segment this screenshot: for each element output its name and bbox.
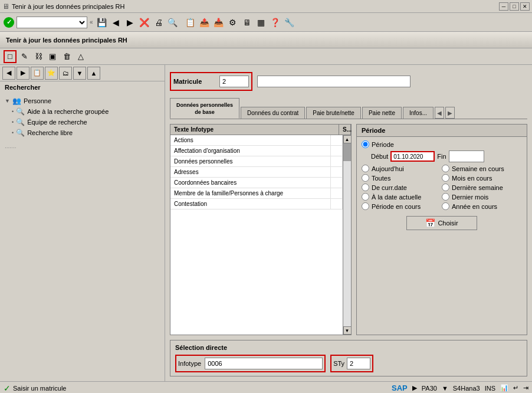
tab-next-icon[interactable]: ▶ xyxy=(445,107,455,119)
arrow-down-icon: ▼ xyxy=(442,385,448,392)
nav2-icon[interactable]: 📤 xyxy=(198,16,211,29)
find-icon[interactable]: 🔍 xyxy=(166,16,179,29)
link-button[interactable]: ⛓ xyxy=(32,50,45,63)
command-select[interactable] xyxy=(17,17,87,28)
maximize-button[interactable]: □ xyxy=(510,2,519,11)
sidebar-item-2[interactable]: • 🔍 Recherche libre xyxy=(12,127,160,138)
debut-input[interactable] xyxy=(390,151,435,162)
table-row[interactable]: Coordonnées bancaires xyxy=(170,178,343,188)
tab-1[interactable]: Données du contrat xyxy=(241,107,305,119)
nav1-icon[interactable]: 📋 xyxy=(184,16,197,29)
matricule-input[interactable] xyxy=(219,76,249,87)
cancel-icon[interactable]: ❌ xyxy=(138,16,151,29)
tab-prev-icon[interactable]: ◀ xyxy=(435,107,444,119)
radio-aujourdhui-label: Aujourd'hui xyxy=(372,165,404,172)
table-row[interactable]: Actions xyxy=(170,135,343,146)
nav-filter-button[interactable]: ▼ xyxy=(73,67,86,80)
radio-anneeencours[interactable] xyxy=(442,202,449,210)
title-bar-buttons: ─ □ ✕ xyxy=(499,2,530,11)
radio-semaineencours[interactable] xyxy=(442,165,449,172)
table-scrollbar[interactable]: ▲ ▼ xyxy=(343,135,351,335)
scroll-track xyxy=(343,143,351,326)
nav-fav-button[interactable]: 🗂 xyxy=(59,67,72,80)
choisir-button[interactable]: 📅 Choisir xyxy=(406,216,477,230)
status-right: SAP ▶ PA30 ▼ S4Hana3 INS 📊 ↵ ⇥ xyxy=(392,384,528,392)
main-toolbar: ✓ « 💾 ◀ ▶ ❌ 🖨 🔍 📋 📤 📥 ⚙ 🖥 ▦ ❓ 🔧 xyxy=(0,13,532,32)
radio-dernieresemaine[interactable] xyxy=(442,184,449,191)
td-5-1 xyxy=(331,188,343,198)
print-icon[interactable]: 🖨 xyxy=(152,16,165,29)
matricule-name-input[interactable] xyxy=(257,76,411,87)
td-1-1 xyxy=(331,146,343,156)
nav3-icon[interactable]: 📥 xyxy=(212,16,225,29)
delete-button[interactable]: 🗑 xyxy=(60,50,73,63)
sty-input[interactable] xyxy=(347,358,370,369)
forward-icon[interactable]: ▶ xyxy=(124,16,137,29)
help-icon[interactable]: ❓ xyxy=(269,16,282,29)
status-check-icon: ✓ xyxy=(4,384,11,393)
table-row[interactable]: Membre de la famille/Personnes à charge xyxy=(170,188,343,199)
back-icon[interactable]: ◀ xyxy=(110,16,123,29)
screen-icon[interactable]: 🖥 xyxy=(241,16,254,29)
sidebar-item-1[interactable]: • 🔍 Équipe de recherche xyxy=(12,117,160,127)
table-row[interactable]: Données personnelles xyxy=(170,156,343,167)
choisir-icon: 📅 xyxy=(425,218,435,228)
nav-back-button[interactable]: ◀ xyxy=(2,67,15,80)
radio-dernieresemaine-label: Dernière semaine xyxy=(452,184,503,191)
nav-forward-button[interactable]: ▶ xyxy=(17,67,29,80)
layout-icon[interactable]: ▦ xyxy=(255,16,268,29)
scroll-down-button[interactable]: ▼ xyxy=(343,326,352,335)
matricule-box: Matricule xyxy=(170,72,252,91)
td-1-0: Affectation d'organisation xyxy=(170,146,331,156)
radio-periode[interactable] xyxy=(362,140,369,148)
nav-history-button[interactable]: 📋 xyxy=(31,67,44,80)
td-0-1 xyxy=(331,135,343,145)
tab-3[interactable]: Paie nette xyxy=(362,107,402,119)
settings-icon[interactable]: ⚙ xyxy=(226,16,239,29)
copy-button[interactable]: ▣ xyxy=(46,50,59,63)
check-button[interactable]: ✓ xyxy=(2,16,15,29)
radio-aladateactuelle[interactable] xyxy=(362,193,369,201)
radio-periodeencours[interactable] xyxy=(362,202,369,210)
td-2-0: Données personnelles xyxy=(170,156,331,166)
radio-toutes[interactable] xyxy=(362,174,369,182)
tab-0[interactable]: Données personnellesde base xyxy=(170,98,239,119)
infotype-label: Infotype xyxy=(178,360,201,367)
tree-root[interactable]: ▼ 👥 Personne xyxy=(5,96,160,106)
close-button[interactable]: ✕ xyxy=(520,2,530,11)
radio-derniersmois-label: Dernier mois xyxy=(452,194,488,201)
radio-moisencours[interactable] xyxy=(442,174,449,182)
radio-aladateactuelle-row: À la date actuelle xyxy=(362,193,442,201)
minimize-button[interactable]: ─ xyxy=(499,2,508,11)
radio-derniersmois[interactable] xyxy=(442,193,449,201)
table-row[interactable]: Adresses xyxy=(170,167,343,178)
sidebar-dots: ....... xyxy=(0,140,165,152)
radio-aujourdhui[interactable] xyxy=(362,165,369,172)
save-icon[interactable]: 💾 xyxy=(96,16,109,29)
right-content: Matricule Données personnellesde base Do… xyxy=(165,65,532,381)
scroll-up-button[interactable]: ▲ xyxy=(343,135,352,143)
radio-dernieresemaine-row: Dernière semaine xyxy=(442,184,522,191)
extra-icon[interactable]: 🔧 xyxy=(283,16,296,29)
infotype-input[interactable] xyxy=(205,358,323,369)
radio-toutes-label: Toutes xyxy=(372,175,390,182)
sidebar-item-0[interactable]: • 🔍 Aide à la recherche groupée xyxy=(12,106,160,117)
nav-expand-button[interactable]: ▲ xyxy=(87,67,100,80)
radio-periodeencours-label: Période en cours xyxy=(372,203,421,210)
display-button[interactable]: □ xyxy=(4,50,17,63)
nav-bookmark-button[interactable]: ⭐ xyxy=(45,67,58,80)
table-row[interactable]: Affectation d'organisation xyxy=(170,146,343,156)
org-button[interactable]: △ xyxy=(74,50,87,63)
period-options-grid: Aujourd'hui Toutes De curr.date xyxy=(362,165,522,210)
infotype-box: Infotype xyxy=(175,355,326,372)
tab-4[interactable]: Infos... xyxy=(403,107,434,119)
sidebar-nav: ◀ ▶ 📋 ⭐ 🗂 ▼ ▲ xyxy=(0,65,165,81)
radio-decurrdate[interactable] xyxy=(362,184,369,191)
matricule-label: Matricule xyxy=(173,78,215,85)
fin-input[interactable] xyxy=(449,150,484,162)
edit-button[interactable]: ✎ xyxy=(18,50,31,63)
table-row[interactable]: Contestation xyxy=(170,199,343,209)
tab-2[interactable]: Paie brute/nette xyxy=(306,107,361,119)
period-body: Période Début Fin Aujourd'hui xyxy=(357,137,527,237)
td-3-1 xyxy=(331,167,343,177)
